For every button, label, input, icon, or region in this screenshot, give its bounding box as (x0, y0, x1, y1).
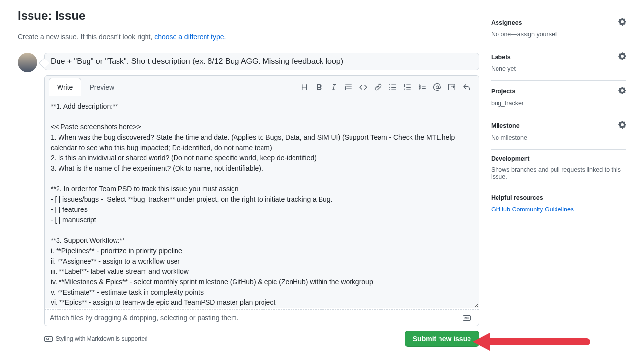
markdown-note-text: Styling with Markdown is supported (56, 335, 148, 342)
gear-icon[interactable] (618, 87, 626, 96)
help-label: Helpful resources (491, 194, 543, 201)
labels-label: Labels (491, 54, 511, 60)
attach-text: Attach files by dragging & dropping, sel… (50, 314, 238, 322)
issue-body-textarea[interactable] (45, 96, 479, 308)
tasklist-icon[interactable] (416, 81, 429, 93)
development-value: Shows branches and pull requests linked … (491, 166, 626, 180)
quote-icon[interactable] (342, 81, 355, 93)
divider (18, 26, 479, 26)
development-label: Development (491, 155, 530, 162)
issue-title-input[interactable] (44, 53, 479, 70)
markdown-icon: M↓ (463, 315, 471, 321)
milestone-label: Milestone (491, 122, 520, 129)
attach-row[interactable]: Attach files by dragging & dropping, sel… (45, 309, 479, 326)
projects-label: Projects (491, 88, 515, 95)
reply-icon[interactable] (460, 81, 473, 93)
labels-value: None yet (491, 65, 626, 72)
community-guidelines-link[interactable]: GitHub Community Guidelines (491, 206, 574, 213)
milestone-value: No milestone (491, 134, 626, 141)
avatar (18, 53, 37, 72)
assignees-label: Assignees (491, 19, 522, 26)
markdown-icon: M↓ (44, 336, 53, 342)
assignees-value: No one— (491, 31, 517, 38)
comment-box: Write Preview (44, 75, 479, 326)
tab-preview[interactable]: Preview (81, 78, 122, 96)
projects-value: bug_tracker (491, 100, 626, 107)
subtitle: Create a new issue. If this doesn't look… (18, 33, 479, 41)
mention-icon[interactable] (431, 81, 443, 93)
heading-icon[interactable] (298, 81, 311, 93)
choose-type-link[interactable]: choose a different type. (154, 33, 226, 41)
tab-write[interactable]: Write (49, 78, 81, 96)
gear-icon[interactable] (618, 121, 626, 130)
crossref-icon[interactable] (445, 81, 458, 93)
link-icon[interactable] (372, 81, 384, 93)
gear-icon[interactable] (618, 52, 626, 61)
assign-yourself-link[interactable]: assign yourself (517, 31, 558, 38)
markdown-note[interactable]: M↓ Styling with Markdown is supported (44, 335, 148, 342)
ol-icon[interactable] (401, 81, 414, 93)
markdown-toolbar (298, 81, 475, 93)
gear-icon[interactable] (618, 18, 626, 27)
submit-button[interactable]: Submit new issue (405, 331, 479, 347)
ul-icon[interactable] (386, 81, 399, 93)
subtitle-text: Create a new issue. If this doesn't look… (18, 33, 154, 41)
page-title: Issue: Issue (18, 9, 479, 23)
italic-icon[interactable] (327, 81, 340, 93)
code-icon[interactable] (357, 81, 370, 93)
bold-icon[interactable] (313, 81, 325, 93)
